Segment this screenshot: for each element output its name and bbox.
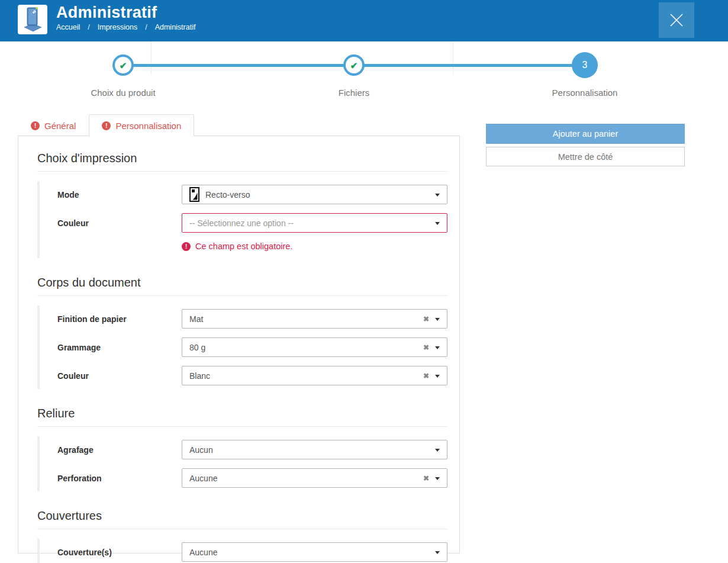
section-divider	[37, 295, 447, 296]
select-value: Mat	[189, 314, 203, 324]
select-perforation[interactable]: Aucune	[182, 468, 447, 488]
field-row-agrafage: Agrafage Aucun	[57, 440, 447, 459]
validation-error: Ce champ est obligatoire.	[182, 242, 447, 251]
breadcrumb-accueil[interactable]: Accueil	[56, 23, 80, 31]
select-couvertures[interactable]: Aucune	[182, 542, 447, 562]
section-title-couvertures: Couvertures	[37, 509, 447, 523]
breadcrumb-separator: /	[145, 23, 147, 31]
action-sidebar: Ajouter au panier Mettre de côté	[486, 124, 685, 166]
field-label: Couleur	[57, 218, 182, 228]
section-divider	[37, 529, 447, 529]
select-placeholder: -- Sélectionnez une option --	[189, 218, 294, 228]
step-label: Fichiers	[265, 88, 443, 98]
print-product-logo-icon	[21, 6, 44, 33]
check-icon: ✔	[120, 61, 127, 70]
close-button[interactable]	[659, 2, 694, 38]
chevron-down-icon	[435, 222, 440, 225]
select-finition-papier[interactable]: Mat	[182, 309, 447, 329]
error-text: Ce champ est obligatoire.	[195, 242, 292, 251]
field-row-couvertures: Couverture(s) Aucune	[57, 542, 447, 562]
breadcrumb-impressions[interactable]: Impressions	[98, 23, 137, 31]
field-label: Perforation	[57, 474, 182, 483]
field-group: Finition de papier Mat Grammage 80 g	[37, 305, 447, 389]
field-group: Mode Recto-verso C	[37, 181, 447, 258]
header-info: Administratif Accueil / Impressions / Ad…	[56, 4, 195, 31]
field-row-grammage: Grammage 80 g	[57, 337, 447, 357]
app-header: Administratif Accueil / Impressions / Ad…	[0, 0, 728, 41]
clear-icon[interactable]	[423, 344, 429, 351]
field-group: Agrafage Aucun Perforation Aucune	[37, 436, 447, 491]
field-label: Couverture(s)	[57, 548, 182, 557]
clear-icon[interactable]	[423, 372, 429, 379]
field-row-couleur: Couleur -- Sélectionnez une option --	[57, 213, 447, 233]
chevron-down-icon	[435, 318, 440, 321]
duplex-icon	[189, 187, 199, 202]
chevron-down-icon	[435, 551, 440, 554]
step-label: Choix du produit	[34, 88, 212, 98]
tab-personnalisation[interactable]: Personnalisation	[89, 114, 194, 136]
main-content: Général Personnalisation Choix d'impress…	[0, 107, 728, 563]
exclamation-icon	[102, 121, 111, 130]
exclamation-icon	[182, 242, 191, 251]
add-to-cart-button[interactable]: Ajouter au panier	[486, 124, 685, 144]
field-row-finition: Finition de papier Mat	[57, 309, 447, 329]
select-agrafage[interactable]: Aucun	[182, 440, 447, 459]
step-current-circle: 3	[572, 52, 598, 78]
field-label: Finition de papier	[57, 314, 182, 324]
select-mode[interactable]: Recto-verso	[182, 185, 447, 204]
field-row-couleur-corps: Couleur Blanc	[57, 366, 447, 385]
breadcrumb: Accueil / Impressions / Administratif	[56, 23, 195, 31]
select-value: 80 g	[189, 343, 205, 352]
page-title: Administratif	[56, 4, 195, 21]
personnalisation-panel: Choix d'impression Mode Recto-verso	[18, 136, 460, 554]
section-divider	[37, 171, 447, 172]
tab-label: Général	[44, 121, 76, 131]
step-done-circle: ✔	[112, 54, 134, 76]
progress-stepper: ✔ Choix du produit ✔ Fichiers 3 Personna…	[0, 41, 728, 107]
breadcrumb-separator: /	[88, 23, 89, 31]
section-title-reliure: Reliure	[37, 407, 447, 420]
section-divider	[37, 426, 447, 427]
check-icon: ✔	[350, 61, 358, 70]
field-group: Couverture(s) Aucune	[37, 539, 447, 563]
field-label: Agrafage	[57, 445, 182, 455]
product-logo	[18, 5, 47, 34]
chevron-down-icon	[435, 375, 440, 378]
breadcrumb-administratif: Administratif	[155, 23, 196, 31]
select-couleur-impression[interactable]: -- Sélectionnez une option --	[182, 213, 447, 233]
select-grammage[interactable]: 80 g	[182, 337, 447, 357]
form-tabs: Général Personnalisation	[18, 114, 460, 136]
select-value: Blanc	[189, 371, 210, 381]
step-number: 3	[582, 60, 588, 70]
field-row-perforation: Perforation Aucune	[57, 468, 447, 488]
tab-general[interactable]: Général	[18, 114, 89, 136]
field-row-mode: Mode Recto-verso	[57, 185, 447, 204]
step-label: Personnalisation	[496, 88, 674, 98]
clear-icon[interactable]	[423, 475, 429, 482]
chevron-down-icon	[435, 449, 440, 452]
section-title-choix-impression: Choix d'impression	[37, 152, 447, 165]
section-title-corps-document: Corps du document	[37, 276, 447, 289]
chevron-down-icon	[435, 194, 440, 197]
select-value: Recto-verso	[205, 190, 250, 200]
select-value: Aucun	[189, 445, 213, 455]
select-couleur-corps[interactable]: Blanc	[182, 366, 447, 385]
field-label: Mode	[57, 190, 182, 200]
stepper-divider	[453, 41, 453, 75]
select-value: Aucune	[189, 474, 217, 483]
set-aside-button[interactable]: Mettre de côté	[486, 147, 685, 166]
step-fichiers[interactable]: ✔ Fichiers	[265, 41, 443, 98]
exclamation-icon	[31, 121, 40, 130]
field-label: Grammage	[57, 343, 182, 352]
close-icon	[669, 12, 684, 28]
select-value: Aucune	[189, 548, 217, 557]
step-choix-du-produit[interactable]: ✔ Choix du produit	[34, 41, 212, 98]
chevron-down-icon	[435, 346, 440, 349]
step-done-circle: ✔	[343, 54, 365, 76]
chevron-down-icon	[435, 477, 440, 480]
clear-icon[interactable]	[423, 316, 429, 323]
field-label: Couleur	[57, 371, 182, 381]
step-personnalisation[interactable]: 3 Personnalisation	[496, 41, 674, 98]
tab-label: Personnalisation	[115, 121, 181, 131]
